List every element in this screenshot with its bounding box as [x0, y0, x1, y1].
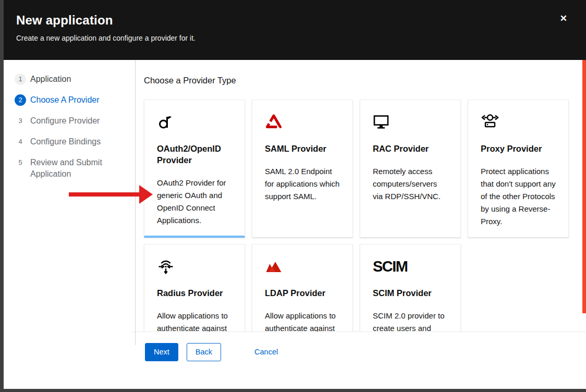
monitor-icon	[373, 113, 448, 130]
step-choose-a-provider[interactable]: 2 Choose A Provider	[15, 94, 131, 106]
saml-icon	[265, 113, 340, 130]
close-icon[interactable]: ✕	[560, 14, 567, 23]
provider-cards-scroll-area[interactable]: OAuth2/OpenID Provider OAuth2 Provider f…	[131, 85, 586, 332]
provider-card-rac[interactable]: RAC Provider Remotely access computers/s…	[360, 100, 461, 238]
provider-card-description: Allow applications to authenticate again…	[265, 310, 340, 332]
next-button[interactable]: Next	[145, 343, 178, 361]
provider-card-oauth2-openid[interactable]: OAuth2/OpenID Provider OAuth2 Provider f…	[144, 100, 245, 238]
new-application-wizard-modal: New application Create a new application…	[4, 0, 586, 389]
step-number: 2	[15, 94, 26, 106]
ldap-icon	[265, 258, 340, 274]
provider-card-description: Protect applications that don't support …	[481, 165, 556, 228]
content-heading: Choose a Provider Type	[131, 60, 586, 85]
provider-card-description: SCIM 2.0 provider to create users and gr…	[373, 310, 448, 332]
step-review-and-submit[interactable]: 5 Review and Submit Application	[15, 157, 131, 180]
radius-icon	[157, 258, 232, 274]
step-number: 5	[15, 157, 26, 168]
provider-card-saml[interactable]: SAML Provider SAML 2.0 Endpoint for appl…	[252, 100, 353, 238]
wizard-body: 1 Application 2 Choose A Provider 3 Conf…	[4, 60, 586, 389]
step-label: Review and Submit Application	[30, 157, 114, 180]
red-scrollbar[interactable]	[582, 60, 586, 313]
wizard-footer: Next Back Cancel	[131, 332, 586, 375]
step-label: Configure Provider	[30, 115, 100, 127]
step-label: Configure Bindings	[30, 136, 101, 148]
step-application[interactable]: 1 Application	[15, 74, 131, 85]
page-title: New application	[16, 13, 573, 28]
proxy-icon	[481, 113, 556, 130]
provider-card-proxy[interactable]: Proxy Provider Protect applications that…	[468, 100, 569, 238]
openid-icon	[157, 113, 232, 130]
provider-card-radius[interactable]: Radius Provider Allow applications to au…	[144, 244, 245, 332]
provider-card-description: Allow applications to authenticate again…	[157, 310, 232, 332]
step-number: 4	[15, 136, 26, 148]
provider-card-title: LDAP Provider	[265, 287, 340, 299]
sidebar-divider	[135, 60, 136, 345]
provider-card-description: SAML 2.0 Endpoint for applications which…	[265, 165, 340, 203]
provider-card-title: SCIM Provider	[373, 287, 448, 299]
provider-card-description: OAuth2 Provider for generic OAuth and Op…	[157, 177, 232, 227]
page-subtitle: Create a new application and configure a…	[16, 34, 573, 42]
step-number: 3	[15, 115, 26, 127]
step-label: Application	[30, 74, 71, 85]
provider-card-title: Proxy Provider	[481, 143, 556, 154]
scim-logo-icon: SCIM	[373, 258, 448, 274]
provider-card-title: RAC Provider	[373, 143, 448, 154]
provider-card-description: Remotely access computers/servers via RD…	[373, 165, 448, 203]
wizard-header: New application Create a new application…	[4, 0, 586, 60]
provider-card-title: OAuth2/OpenID Provider	[157, 143, 232, 166]
provider-card-title: Radius Provider	[157, 287, 232, 299]
step-number: 1	[15, 74, 26, 85]
provider-card-ldap[interactable]: LDAP Provider Allow applications to auth…	[252, 244, 353, 332]
cancel-button[interactable]: Cancel	[254, 343, 278, 361]
step-configure-provider[interactable]: 3 Configure Provider	[15, 115, 131, 127]
wizard-steps-nav: 1 Application 2 Choose A Provider 3 Conf…	[4, 60, 131, 389]
provider-card-scim[interactable]: SCIM SCIM Provider SCIM 2.0 provider to …	[360, 244, 461, 332]
wizard-content: Choose a Provider Type OAuth2/OpenID Pro…	[131, 60, 586, 389]
provider-card-title: SAML Provider	[265, 143, 340, 154]
step-label: Choose A Provider	[30, 94, 100, 106]
step-configure-bindings[interactable]: 4 Configure Bindings	[15, 136, 131, 148]
provider-cards-grid: OAuth2/OpenID Provider OAuth2 Provider f…	[144, 100, 586, 332]
back-button[interactable]: Back	[187, 343, 221, 361]
